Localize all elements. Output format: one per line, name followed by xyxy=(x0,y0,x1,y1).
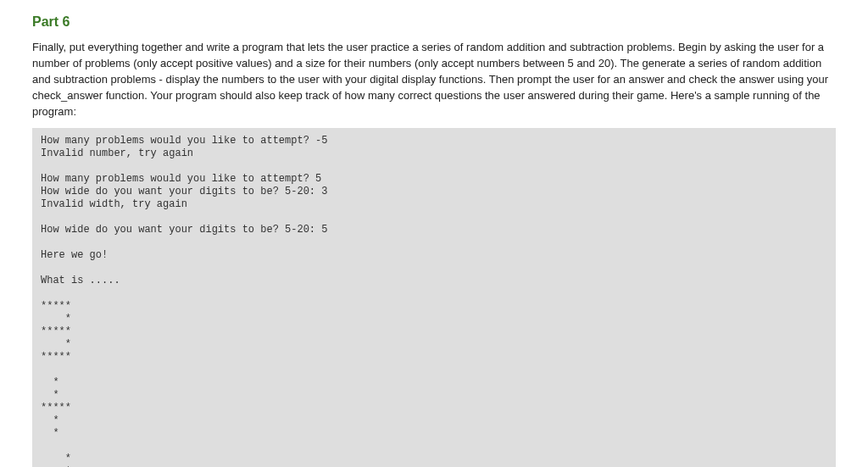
document-page: Part 6 Finally, put everything together … xyxy=(0,0,868,467)
section-heading: Part 6 xyxy=(32,12,836,31)
sample-output-block: How many problems would you like to atte… xyxy=(32,128,836,467)
instructions-paragraph: Finally, put everything together and wri… xyxy=(32,40,836,120)
